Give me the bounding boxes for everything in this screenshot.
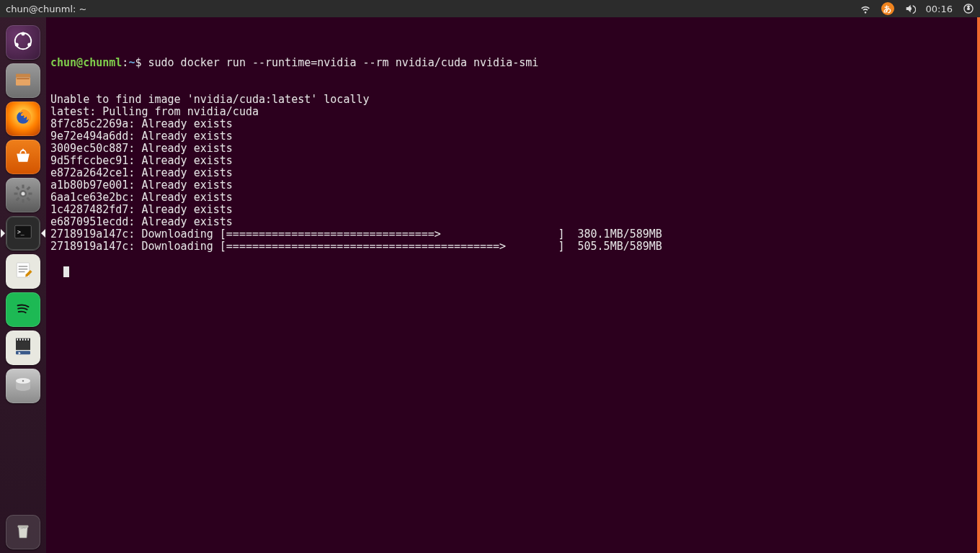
system-settings-icon <box>12 183 34 207</box>
text-editor-icon <box>12 259 34 284</box>
svg-rect-27 <box>17 338 18 341</box>
svg-rect-6 <box>17 78 30 79</box>
spotify-icon <box>12 297 34 322</box>
launcher-video-player[interactable] <box>6 331 40 365</box>
terminal-command: sudo docker run --runtime=nvidia --rm nv… <box>148 56 538 69</box>
terminal-line: 1c4287482fd7: Already exists <box>50 204 976 216</box>
files-icon <box>12 68 34 93</box>
svg-line-16 <box>27 187 30 190</box>
firefox-icon <box>12 107 34 131</box>
window-title: chun@chunml: ~ <box>6 4 86 14</box>
svg-line-14 <box>27 198 30 201</box>
svg-point-1 <box>22 32 25 36</box>
terminal-line: latest: Pulling from nvidia/cuda <box>50 106 976 118</box>
terminal-line: Unable to find image 'nvidia/cuda:latest… <box>50 94 976 106</box>
svg-rect-37 <box>18 526 29 528</box>
svg-rect-4 <box>16 74 30 78</box>
svg-point-17 <box>22 192 25 196</box>
ubuntu-software-icon <box>12 145 34 169</box>
prompt-user-host: chun@chunml <box>50 56 122 69</box>
ime-indicator[interactable]: あ <box>881 2 894 15</box>
launcher-files[interactable] <box>6 63 40 98</box>
launcher-ubuntu-software[interactable] <box>6 140 40 174</box>
svg-line-13 <box>17 187 19 190</box>
terminal-line: 2718919a147c: Downloading [=============… <box>50 228 976 240</box>
svg-point-36 <box>22 380 24 382</box>
svg-rect-25 <box>16 340 30 350</box>
network-wifi-icon[interactable] <box>860 3 871 14</box>
svg-rect-31 <box>27 338 29 341</box>
launcher-terminal[interactable]: >_ <box>6 216 40 251</box>
terminal-line: 2718919a147c: Downloading [=============… <box>50 240 976 253</box>
terminal-line: e872a2642ce1: Already exists <box>50 167 976 179</box>
launcher-spotify[interactable] <box>6 292 40 327</box>
shutdown-icon[interactable] <box>963 3 974 14</box>
unity-launcher: >_ <box>0 17 46 553</box>
terminal-scrollbar[interactable] <box>977 17 980 553</box>
terminal-line: a1b80b97e001: Already exists <box>50 179 976 192</box>
terminal-output: Unable to find image 'nvidia/cuda:latest… <box>50 94 976 253</box>
svg-rect-30 <box>25 338 27 341</box>
terminal-line: 6aa1ce63e2bc: Already exists <box>50 192 976 204</box>
prompt-dollar: $ <box>135 56 148 69</box>
sound-icon[interactable] <box>904 3 916 14</box>
terminal-prompt-line: chun@chunml:~$ sudo docker run --runtime… <box>50 57 976 69</box>
ime-badge: あ <box>881 2 894 15</box>
top-menubar: chun@chunml: ~ あ 00:16 <box>0 0 980 17</box>
launcher-firefox[interactable] <box>6 102 40 136</box>
svg-point-2 <box>15 43 19 47</box>
terminal-line: 3009ec50c887: Already exists <box>50 143 976 155</box>
svg-rect-29 <box>22 338 24 341</box>
launcher-text-editor[interactable] <box>6 254 40 289</box>
clock[interactable]: 00:16 <box>926 4 953 14</box>
terminal-line: 9e72e494a6dd: Already exists <box>50 130 976 143</box>
launcher-ubuntu-dash[interactable] <box>6 25 40 60</box>
launcher-disk-usage[interactable] <box>6 369 40 403</box>
video-player-icon <box>12 336 34 360</box>
svg-line-15 <box>17 198 19 201</box>
terminal-line: e6870951ecdd: Already exists <box>50 216 976 228</box>
ubuntu-dash-icon <box>12 30 34 55</box>
trash-icon <box>12 520 34 544</box>
launcher-trash[interactable] <box>6 515 40 549</box>
launcher-system-settings[interactable] <box>6 178 40 212</box>
terminal-cursor <box>63 266 69 277</box>
disk-usage-icon <box>12 374 34 398</box>
terminal-line: 8f7c85c2269a: Already exists <box>50 118 976 130</box>
svg-rect-32 <box>16 351 30 354</box>
terminal-icon: >_ <box>12 221 34 246</box>
terminal-line: 9d5ffccbec91: Already exists <box>50 155 976 167</box>
svg-point-3 <box>27 43 31 47</box>
svg-text:>_: >_ <box>17 228 24 235</box>
terminal-window[interactable]: chun@chunml:~$ sudo docker run --runtime… <box>46 17 980 553</box>
svg-rect-28 <box>19 338 21 341</box>
